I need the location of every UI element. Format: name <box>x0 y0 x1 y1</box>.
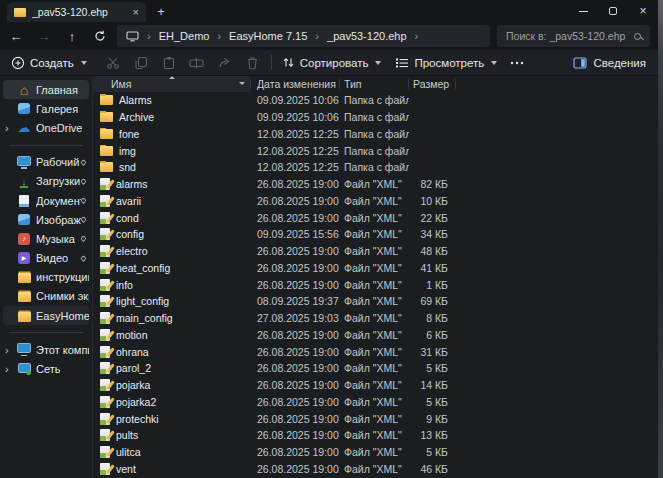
sidebar-item[interactable]: › Этот компьютер <box>3 340 89 359</box>
file-date: 08.09.2025 19:37 <box>251 295 340 307</box>
sidebar-item[interactable]: › OneDrive <box>3 118 89 137</box>
table-row[interactable]: ohrana 26.08.2025 19:00 Файл "XML" 31 КБ <box>93 343 658 360</box>
file-type: Файл "XML" <box>340 312 409 324</box>
up-button[interactable]: ↑ <box>61 26 83 46</box>
back-button[interactable]: ← <box>5 26 27 46</box>
column-header-name[interactable]: Имя <box>93 76 251 92</box>
table-row[interactable]: protechki 26.08.2025 19:00 Файл "XML" 9 … <box>93 410 658 427</box>
file-name: electro <box>116 245 148 257</box>
delete-button[interactable] <box>245 55 261 71</box>
file-date: 26.08.2025 19:00 <box>251 245 340 257</box>
file-icon <box>100 429 110 441</box>
table-row[interactable]: pojarka 26.08.2025 19:00 Файл "XML" 14 К… <box>93 377 658 394</box>
close-button[interactable]: × <box>628 0 658 22</box>
pin-icon <box>80 255 87 262</box>
table-row[interactable]: Alarms 09.09.2025 10:06 Папка с файлами <box>93 92 658 109</box>
cut-button[interactable] <box>105 55 121 71</box>
search-box[interactable]: Поиск в: _pav53-120.ehp <box>497 25 650 47</box>
table-row[interactable]: vent 26.08.2025 19:00 Файл "XML" 46 КБ <box>93 461 658 478</box>
refresh-button[interactable] <box>89 26 111 46</box>
sidebar-item[interactable]: › Документы <box>3 191 89 210</box>
table-row[interactable]: heat_config 26.08.2025 19:00 Файл "XML" … <box>93 260 658 277</box>
copy-button[interactable] <box>133 55 149 71</box>
file-name: config <box>116 228 144 240</box>
more-options-button[interactable] <box>509 55 525 71</box>
sidebar-item[interactable]: › Загрузки <box>3 172 89 191</box>
sidebar-item-icon <box>17 309 31 322</box>
maximize-button[interactable] <box>598 0 628 22</box>
table-row[interactable]: info 26.08.2025 19:00 Файл "XML" 1 КБ <box>93 276 658 293</box>
file-date: 26.08.2025 19:00 <box>251 329 340 341</box>
breadcrumb-item[interactable]: EH_Demo <box>159 30 210 42</box>
table-row[interactable]: cond 26.08.2025 19:00 Файл "XML" 22 КБ <box>93 209 658 226</box>
file-name: pults <box>116 429 138 441</box>
file-date: 27.08.2025 19:03 <box>251 312 340 324</box>
explorer-tab[interactable]: _pav53-120.ehp × <box>7 2 146 22</box>
table-row[interactable]: motion 26.08.2025 19:00 Файл "XML" 6 КБ <box>93 327 658 344</box>
sidebar-item-label: OneDrive <box>36 122 82 134</box>
share-button[interactable] <box>217 55 233 71</box>
column-filter-chevron-icon[interactable] <box>239 82 245 85</box>
rename-button[interactable] <box>189 55 205 71</box>
view-button[interactable]: Просмотреть <box>395 57 497 69</box>
sidebar-item[interactable]: › EasyHome 7.15 <box>3 306 89 325</box>
table-row[interactable]: pults 26.08.2025 19:00 Файл "XML" 13 КБ <box>93 427 658 444</box>
tab-close-icon[interactable]: × <box>133 7 139 18</box>
minimize-button[interactable] <box>568 0 598 22</box>
expand-chevron-icon[interactable]: › <box>5 344 9 356</box>
file-date: 26.08.2025 19:00 <box>251 413 340 425</box>
forward-button[interactable]: → <box>33 26 55 46</box>
file-icon <box>100 295 110 307</box>
sort-button[interactable]: Сортировать <box>282 56 382 69</box>
sidebar-item[interactable]: › Галерея <box>3 99 89 118</box>
sidebar-item[interactable]: › Главная <box>3 80 89 99</box>
details-pane-button[interactable]: Сведения <box>573 57 646 69</box>
table-row[interactable]: light_config 08.09.2025 19:37 Файл "XML"… <box>93 293 658 310</box>
close-icon: × <box>639 5 646 17</box>
column-header-date-label: Дата изменения <box>257 78 336 90</box>
sidebar-item[interactable]: › инструкции <box>3 268 89 287</box>
sidebar-divider <box>9 332 83 333</box>
table-row[interactable]: config 09.09.2025 15:56 Файл "XML" 34 КБ <box>93 226 658 243</box>
table-row[interactable]: Archive 09.09.2025 10:06 Папка с файлами <box>93 109 658 126</box>
sidebar-item[interactable]: › Музыка <box>3 229 89 248</box>
table-row[interactable]: main_config 27.08.2025 19:03 Файл "XML" … <box>93 310 658 327</box>
expand-chevron-icon[interactable]: › <box>5 363 9 375</box>
table-row[interactable]: avarii 26.08.2025 19:00 Файл "XML" 10 КБ <box>93 193 658 210</box>
table-row[interactable]: snd 12.08.2025 12:25 Папка с файлами <box>93 159 658 176</box>
chevron-down-icon <box>81 61 87 65</box>
file-type: Файл "XML" <box>340 178 409 190</box>
sidebar-item[interactable]: › Сеть <box>3 359 89 378</box>
maximize-icon <box>609 7 617 15</box>
table-row[interactable]: alarms 26.08.2025 19:00 Файл "XML" 82 КБ <box>93 176 658 193</box>
column-header-size[interactable]: Размер <box>409 76 456 92</box>
sidebar-item[interactable]: › Изображения <box>3 210 89 229</box>
paste-button[interactable] <box>161 55 177 71</box>
file-date: 26.08.2025 19:00 <box>251 212 340 224</box>
file-icon <box>100 329 110 341</box>
table-row[interactable]: fone 12.08.2025 12:25 Папка с файлами <box>93 126 658 143</box>
sidebar-item[interactable]: › Снимки экрана <box>3 287 89 306</box>
breadcrumb-item-current[interactable]: _pav53-120.ehp <box>327 30 407 42</box>
column-header-date[interactable]: Дата изменения <box>251 76 340 92</box>
file-size: 34 КБ <box>409 228 456 240</box>
file-type: Файл "XML" <box>340 329 409 341</box>
table-row[interactable]: ulitca 26.08.2025 19:00 Файл "XML" 5 КБ <box>93 444 658 461</box>
file-size: 41 КБ <box>409 262 456 274</box>
share-icon <box>218 56 232 70</box>
breadcrumb-item[interactable]: EasyHome 7.15 <box>229 30 307 42</box>
table-row[interactable]: electro 26.08.2025 19:00 Файл "XML" 48 К… <box>93 243 658 260</box>
new-tab-button[interactable]: + <box>153 2 169 20</box>
expand-chevron-icon[interactable]: › <box>5 122 9 134</box>
table-row[interactable]: parol_2 26.08.2025 19:00 Файл "XML" 5 КБ <box>93 360 658 377</box>
table-row[interactable]: img 12.08.2025 12:25 Папка с файлами <box>93 142 658 159</box>
file-type: Файл "XML" <box>340 446 409 458</box>
column-header-type[interactable]: Тип <box>340 76 409 92</box>
file-date: 26.08.2025 19:00 <box>251 195 340 207</box>
sidebar-item[interactable]: › Рабочий стол <box>3 153 89 172</box>
sidebar-item-icon <box>17 121 31 134</box>
table-row[interactable]: pojarka2 26.08.2025 19:00 Файл "XML" 5 К… <box>93 394 658 411</box>
create-button[interactable]: Создать <box>11 56 87 70</box>
sidebar-item[interactable]: › Видео <box>3 249 89 268</box>
breadcrumb-separator-icon[interactable]: › <box>415 30 419 42</box>
